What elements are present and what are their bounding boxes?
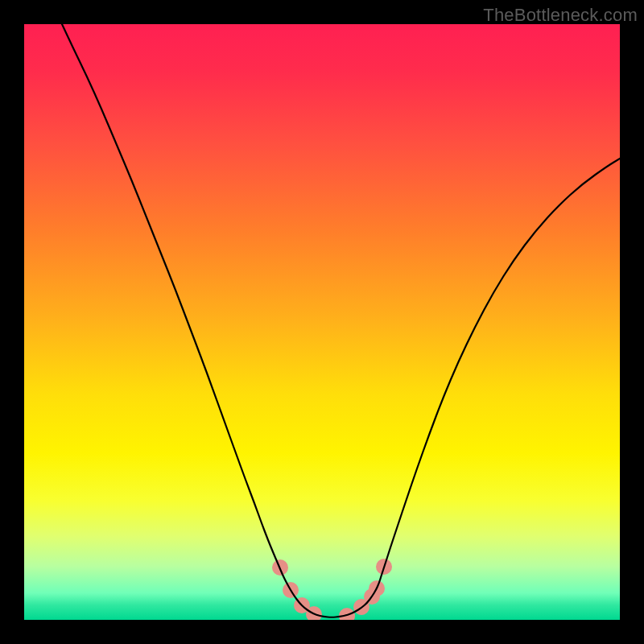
plot-svg xyxy=(24,24,620,620)
plot-area xyxy=(24,24,620,620)
chart-frame: TheBottleneck.com xyxy=(0,0,644,644)
watermark-label: TheBottleneck.com xyxy=(483,5,638,26)
chart-background xyxy=(24,24,620,620)
